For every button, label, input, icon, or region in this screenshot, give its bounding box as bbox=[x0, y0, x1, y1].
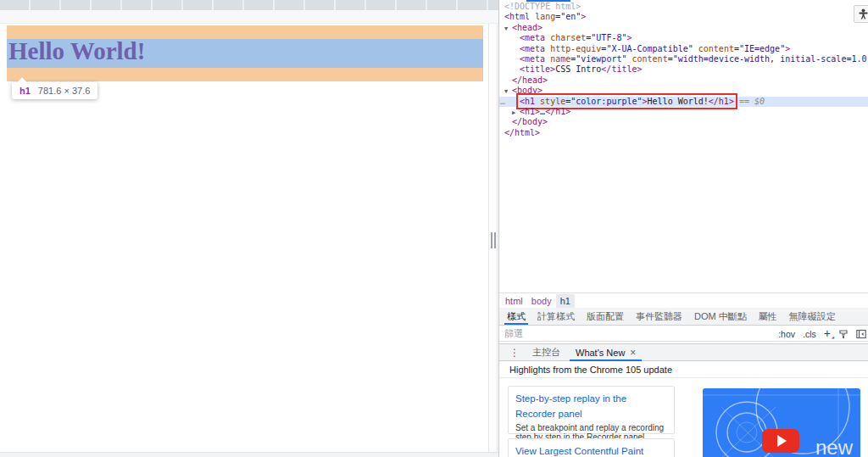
code-token: CSS Intro bbox=[555, 64, 601, 74]
whats-new-card-0: Step-by-step replay in the Recorder pane… bbox=[508, 386, 675, 434]
code-token: name bbox=[550, 54, 570, 64]
tooltip-dimensions: 781.6 × 37.6 bbox=[38, 86, 90, 96]
dom-tree-node[interactable]: </html> bbox=[499, 128, 868, 138]
dom-tree-node[interactable]: <!DOCTYPE html> bbox=[499, 2, 868, 12]
code-token: "IE=edge" bbox=[739, 44, 785, 53]
play-triangle-icon bbox=[777, 435, 787, 447]
drawer-tab-label: What's New bbox=[576, 348, 625, 358]
code-token: "color:purple" bbox=[570, 97, 642, 106]
code-token: <html bbox=[504, 12, 530, 21]
inspect-overlay-margin-bottom bbox=[7, 68, 483, 81]
code-token: == $0 bbox=[734, 97, 765, 106]
dom-tree-node[interactable]: <meta charset="UTF-8"> bbox=[499, 33, 868, 43]
card-title-link[interactable]: Step-by-step replay in the Recorder pane… bbox=[515, 391, 667, 421]
page-scrollbar[interactable] bbox=[488, 24, 498, 452]
code-token: <head> bbox=[512, 23, 542, 32]
code-token: </h1> bbox=[709, 97, 734, 106]
code-token: <h1 bbox=[520, 97, 535, 106]
browser-status-strip bbox=[0, 452, 498, 457]
dom-tree-node[interactable]: ▼<body> bbox=[499, 86, 868, 96]
breadcrumb: htmlbodyh1 bbox=[499, 293, 868, 308]
styles-tab-1[interactable]: 計算樣式 bbox=[531, 308, 581, 325]
breadcrumb-item-html[interactable]: html bbox=[501, 294, 527, 308]
node-options-gutter[interactable]: … bbox=[500, 97, 505, 107]
code-token: > bbox=[626, 33, 632, 42]
styles-tab-6[interactable]: 無障礙設定 bbox=[783, 308, 842, 325]
code-token: </h1> bbox=[545, 107, 570, 116]
devtools-panel: <!DOCTYPE html><html lang="en">▼<head><m… bbox=[498, 0, 868, 457]
dom-tree-node[interactable]: …<h1 style="color:purple">Hello World!</… bbox=[499, 97, 868, 107]
inspect-tooltip: h1 781.6 × 37.6 bbox=[12, 82, 97, 99]
new-style-rule-button[interactable]: + bbox=[824, 326, 831, 340]
code-token: "X-UA-Compatible" bbox=[606, 44, 693, 53]
code-token: lang bbox=[535, 12, 555, 21]
code-token: <!DOCTYPE html> bbox=[504, 2, 581, 11]
code-token: content bbox=[632, 54, 668, 64]
youtube-play-button[interactable] bbox=[762, 429, 799, 453]
drawer-tab-1[interactable]: What's New× bbox=[568, 344, 643, 360]
code-token: <meta bbox=[520, 44, 545, 53]
code-token: </html> bbox=[504, 128, 540, 137]
styles-tab-3[interactable]: 事件監聽器 bbox=[630, 308, 688, 325]
code-token: "en" bbox=[560, 12, 581, 21]
dom-tree: <!DOCTYPE html><html lang="en">▼<head><m… bbox=[499, 2, 868, 293]
styles-tab-4[interactable]: DOM 中斷點 bbox=[688, 308, 753, 325]
code-token: <body> bbox=[512, 86, 542, 95]
paint-tool-icon[interactable] bbox=[838, 329, 849, 339]
dom-tree-node[interactable]: <meta http-equiv="X-UA-Compatible" conte… bbox=[499, 44, 868, 54]
browser-tab-strip[interactable] bbox=[0, 0, 498, 10]
code-token: Hello World! bbox=[648, 97, 709, 106]
styles-tab-0[interactable]: 樣式 bbox=[501, 308, 531, 325]
drawer-tab-bar: ⋮ 主控台What's New× bbox=[499, 343, 868, 361]
code-token: "viewport" bbox=[576, 54, 626, 64]
dom-tree-node[interactable]: ▼<head> bbox=[499, 23, 868, 33]
styles-filter-row: :hov .cls + bbox=[499, 326, 868, 342]
drawer-tabs: 主控台What's New× bbox=[525, 344, 643, 360]
code-token: content bbox=[698, 44, 734, 53]
dom-tree-node[interactable]: <meta name="viewport" content="width=dev… bbox=[499, 54, 868, 64]
close-tab-icon[interactable]: × bbox=[630, 347, 636, 359]
styles-tab-2[interactable]: 版面配置 bbox=[581, 308, 630, 325]
breadcrumb-item-body[interactable]: body bbox=[527, 294, 556, 308]
breadcrumb-item-h1[interactable]: h1 bbox=[556, 294, 575, 308]
code-token: > bbox=[581, 12, 586, 21]
code-token: style bbox=[540, 97, 565, 106]
styles-sidebar-tabs: 樣式計算樣式版面配置事件監聽器DOM 中斷點屬性無障礙設定 bbox=[499, 308, 868, 326]
annotation-red-box: <h1 style="color:purple">Hello World!</h… bbox=[520, 97, 734, 106]
scrollbar-handle[interactable] bbox=[491, 232, 496, 248]
drawer-tab-label: 主控台 bbox=[532, 346, 560, 359]
code-token: <h1> bbox=[520, 107, 540, 116]
dom-tree-node[interactable]: </head> bbox=[499, 75, 868, 86]
code-token: <meta bbox=[520, 54, 545, 64]
code-token: "width=device-width, initial-scale=1.0" bbox=[673, 54, 868, 64]
browser-page-region: Hello World! h1 781.6 × 37.6 bbox=[0, 0, 498, 457]
dom-tree-node[interactable]: ▶<h1>…</h1> bbox=[499, 107, 868, 117]
card-title-link[interactable]: View Largest Contentful Paint (LCP) bbox=[515, 443, 667, 457]
whats-new-content: Step-by-step replay in the Recorder pane… bbox=[499, 378, 868, 457]
styles-toolbar: :hov .cls + bbox=[778, 326, 866, 342]
code-token: http-equiv bbox=[550, 44, 601, 53]
element-classes-button[interactable]: .cls bbox=[803, 329, 816, 339]
tooltip-tag-name: h1 bbox=[19, 86, 31, 96]
drawer-menu-icon[interactable]: ⋮ bbox=[504, 344, 525, 360]
code-token: <title> bbox=[520, 64, 555, 74]
dom-tree-node[interactable]: </body> bbox=[499, 117, 868, 127]
page-heading: Hello World! bbox=[8, 37, 145, 65]
code-token: </head> bbox=[512, 75, 548, 85]
dom-tree-node[interactable]: <html lang="en"> bbox=[499, 12, 868, 22]
code-token: </body> bbox=[512, 117, 548, 126]
sidebar-toggle-icon[interactable] bbox=[856, 329, 866, 339]
dom-tree-node[interactable]: <title>CSS Intro</title> bbox=[499, 64, 868, 75]
whats-new-video-thumbnail[interactable]: new bbox=[703, 388, 860, 457]
toggle-element-state-button[interactable]: :hov bbox=[778, 329, 795, 339]
browser-toolbar-strip bbox=[0, 10, 498, 24]
code-token: charset bbox=[550, 33, 586, 42]
video-new-label: new bbox=[815, 437, 853, 457]
code-token: "UTF-8" bbox=[591, 33, 626, 42]
whats-new-header: Highlights from the Chrome 105 update bbox=[499, 361, 868, 378]
whats-new-card-1: View Largest Contentful Paint (LCP) bbox=[508, 438, 675, 457]
styles-tab-5[interactable]: 屬性 bbox=[753, 308, 783, 325]
styles-filter-input[interactable] bbox=[499, 328, 754, 338]
rendered-page[interactable]: Hello World! h1 781.6 × 37.6 bbox=[0, 24, 488, 452]
drawer-tab-0[interactable]: 主控台 bbox=[525, 344, 568, 360]
